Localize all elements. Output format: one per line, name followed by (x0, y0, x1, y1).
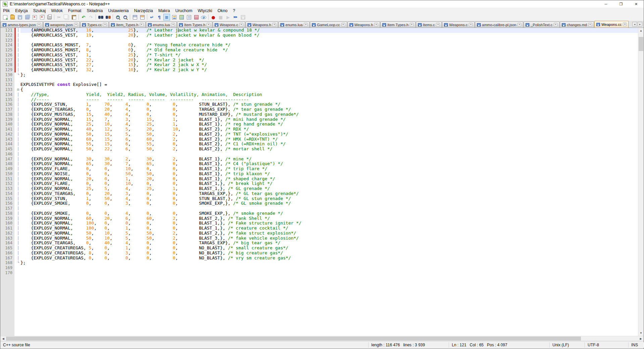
code-line-153[interactable]: 153│ {EXPLOSV_NORMAL, 25, 5, 4, 25, 1, B… (0, 186, 638, 191)
line-number[interactable]: 123 (0, 38, 14, 43)
file-tab-ammo-calibre-pl-json[interactable]: ammo-calibre-pl.json× (475, 21, 523, 28)
code-line-125[interactable]: 125│ {ARMOURCLASS_MONST, 8, 0}, /* Old f… (0, 48, 638, 53)
code-text[interactable]: {ARMOURCLASS_VEST, 1, 25}, /* T-shirt */ (20, 53, 638, 58)
scroll-left-icon[interactable]: ◀ (0, 336, 6, 341)
line-number[interactable]: 155 (0, 196, 14, 201)
code-text[interactable]: {ARMOURCLASS_VEST, 27, 15}, /* Kevlar 2 … (20, 62, 638, 67)
code-text[interactable]: {EXPLOSV_NORMAL, 15, 7, 3, 15, 1, BLAST_… (20, 117, 638, 122)
code-line-123[interactable]: 123│ (0, 38, 638, 43)
code-text[interactable]: {EXPLOSV_MUSTGAS, 15, 40, 4, 0, 0, MUSTA… (20, 112, 638, 117)
line-number[interactable]: 154 (0, 191, 14, 196)
tab-scroll-left-icon[interactable]: ◂ (632, 22, 637, 27)
line-number[interactable]: 133 (0, 87, 14, 92)
sync-vertical-icon[interactable] (131, 14, 138, 20)
code-text[interactable]: {EXPLOSV_CREATUREGAS, 5, 0, 1, 0, 0, NO_… (20, 246, 638, 251)
line-number[interactable]: 157 (0, 206, 14, 211)
code-line-127[interactable]: 127│ {ARMOURCLASS_VEST, 22, 20}, /* Kevl… (0, 58, 638, 63)
file-tab-weapons-c[interactable]: Weapons.c× (213, 21, 245, 28)
line-number[interactable]: 152 (0, 181, 14, 186)
code-text[interactable]: //----- ----- ------ ------ ------ -----… (20, 97, 638, 102)
menu-ustawienia[interactable]: Ustawienia (106, 8, 131, 13)
tab-close-icon[interactable]: × (623, 22, 627, 26)
code-text[interactable] (20, 38, 638, 43)
code-text[interactable]: {EXPLOSV_NORMAL, 25, 10, 4, 25, 1, BLAST… (20, 122, 638, 127)
tab-close-icon[interactable]: × (374, 23, 378, 27)
file-tab-weapons-c[interactable]: Weapons.c× (442, 21, 475, 28)
code-line-148[interactable]: 148│ {EXPLOSV_NORMAL, 65, 30, 7, 65, 0, … (0, 161, 638, 166)
code-line-151[interactable]: 151│ {EXPLOSV_NORMAL, 20, 0, 1, 20, 0, B… (0, 177, 638, 182)
code-text[interactable]: {ARMOURCLASS_MONST, 7, 0}, /* Young fema… (20, 43, 638, 48)
line-number[interactable]: 134 (0, 92, 14, 97)
code-line-134[interactable]: 134│ //Type, Yield, Yield2, Radius, Volu… (0, 92, 638, 97)
code-line-124[interactable]: 124│ {ARMOURCLASS_MONST, 7, 0}, /* Young… (0, 43, 638, 48)
line-number[interactable]: 164 (0, 241, 14, 246)
code-text[interactable] (20, 152, 638, 157)
tab-close-icon[interactable]: × (140, 23, 144, 27)
code-text[interactable]: {EXPLOSV_NORMAL, 40, 12, 5, 20, 10, BLAS… (20, 127, 638, 132)
code-text[interactable]: {EXPLOSV_SMOKE, 0, 0, 4, 0, 0, SMOKE_EXP… (20, 211, 638, 216)
tab-close-icon[interactable]: × (436, 23, 440, 27)
code-line-139[interactable]: 139│ {EXPLOSV_NORMAL, 15, 7, 3, 15, 1, B… (0, 117, 638, 122)
sync-horizontal-icon[interactable] (139, 14, 146, 20)
tab-scroll-right-icon[interactable]: ▸ (638, 22, 642, 27)
code-text[interactable]: {EXPLOSV_STUN, 1, 70, 4, 0, 0, STUN_BLAS… (20, 102, 638, 107)
close-all-icon[interactable] (39, 14, 45, 20)
menu-narzędzia[interactable]: Narzędzia (131, 8, 156, 13)
code-text[interactable]: {EXPLOSV_NORMAL, 50, 15, 5, 50, 2, BLAST… (20, 132, 638, 137)
line-number[interactable]: 160 (0, 221, 14, 226)
code-text[interactable]: {EXPLOSV_TEARGAS, 0, 20, 3, 0, 0, TARGAS… (20, 191, 638, 196)
show-all-chars-icon[interactable]: ¶ (156, 14, 163, 20)
line-number[interactable]: 130 (0, 72, 14, 78)
line-number[interactable]: 129 (0, 67, 14, 72)
code-text[interactable]: {ARMOURCLASS_VEST, 22, 20}, /* Kevlar 2 … (20, 58, 638, 63)
line-number[interactable]: 147 (0, 157, 14, 162)
code-line-136[interactable]: 136│ {EXPLOSV_STUN, 1, 70, 4, 0, 0, STUN… (0, 102, 638, 107)
code-text[interactable]: {EXPLOSV_NOISE, 0, 0, 50, 50, 0, BLAST_1… (20, 171, 638, 177)
line-number[interactable]: 163 (0, 236, 14, 241)
line-number[interactable]: 148 (0, 161, 14, 166)
scroll-right-icon[interactable]: ▶ (638, 336, 644, 341)
code-line-169[interactable]: 169 (0, 265, 638, 270)
tab-close-icon[interactable]: × (207, 23, 210, 27)
code-text[interactable]: {ARMOURCLASS_VEST, 19, 20}, /* Leather j… (20, 33, 638, 38)
tab-close-icon[interactable]: × (588, 23, 592, 27)
line-number[interactable]: 149 (0, 166, 14, 171)
line-number[interactable]: 153 (0, 186, 14, 191)
line-number[interactable]: 125 (0, 48, 14, 53)
close-file-icon[interactable] (31, 14, 38, 20)
line-number[interactable]: 165 (0, 246, 14, 251)
code-line-157[interactable]: 157│ (0, 206, 638, 211)
code-line-163[interactable]: 163│ {EXPLOSV_NORMAL, 50, 10, 5, 50, 2, … (0, 236, 638, 241)
code-text[interactable] (20, 78, 638, 83)
code-text[interactable]: }; (20, 72, 638, 78)
code-editor[interactable]: 121│ {ARMOURCLASS_VEST, 16, 25}, /* Leat… (0, 28, 638, 336)
menu-uruchom[interactable]: Uruchom (173, 8, 195, 13)
code-text[interactable] (20, 206, 638, 211)
line-number[interactable]: 146 (0, 152, 14, 157)
code-text[interactable]: //Type, Yield, Yield2, Radius, Volume, V… (20, 92, 638, 97)
line-number[interactable]: 122 (0, 33, 14, 38)
function-list-icon[interactable] (171, 14, 177, 20)
code-text[interactable]: {ARMOURCLASS_VEST, 32, 10}, /* Kevlar 2 … (20, 67, 638, 72)
vertical-scroll-thumb[interactable] (639, 37, 643, 51)
code-text[interactable]: {EXPLOSV_NORMAL, 100, 0, 1, 0, 0, BLAST_… (20, 226, 638, 231)
line-number[interactable]: 156 (0, 201, 14, 206)
file-tab-weapons-h[interactable]: Weapons.h× (246, 21, 278, 28)
line-number[interactable]: 150 (0, 171, 14, 177)
doc-map-icon[interactable] (178, 14, 185, 20)
code-text[interactable]: {EXPLOSV_CREATUREGAS, 8, 0, 3, 0, 0, NO_… (20, 251, 638, 256)
code-line-144[interactable]: 144│ {EXPLOSV_NORMAL, 55, 15, 6, 55, 0, … (0, 142, 638, 147)
menu-składnia[interactable]: Składnia (84, 8, 106, 13)
horizontal-scrollbar[interactable]: ◀ ▶ (0, 336, 644, 341)
tab-close-icon[interactable]: × (341, 23, 345, 27)
vertical-scroll-track[interactable] (638, 34, 644, 330)
line-number[interactable]: 158 (0, 211, 14, 216)
code-line-161[interactable]: 161│ {EXPLOSV_NORMAL, 100, 0, 1, 0, 0, B… (0, 226, 638, 231)
code-line-126[interactable]: 126│ {ARMOURCLASS_VEST, 1, 25}, /* T-shi… (0, 53, 638, 58)
code-line-130[interactable]: 130└}; (0, 72, 638, 78)
menu-makra[interactable]: Makra (156, 8, 173, 13)
find-icon[interactable] (97, 14, 104, 20)
code-line-131[interactable]: 131 (0, 78, 638, 83)
code-line-122[interactable]: 122│ {ARMOURCLASS_VEST, 19, 20}, /* Leat… (0, 33, 638, 38)
code-line-138[interactable]: 138│ {EXPLOSV_MUSTGAS, 15, 40, 4, 0, 0, … (0, 112, 638, 117)
